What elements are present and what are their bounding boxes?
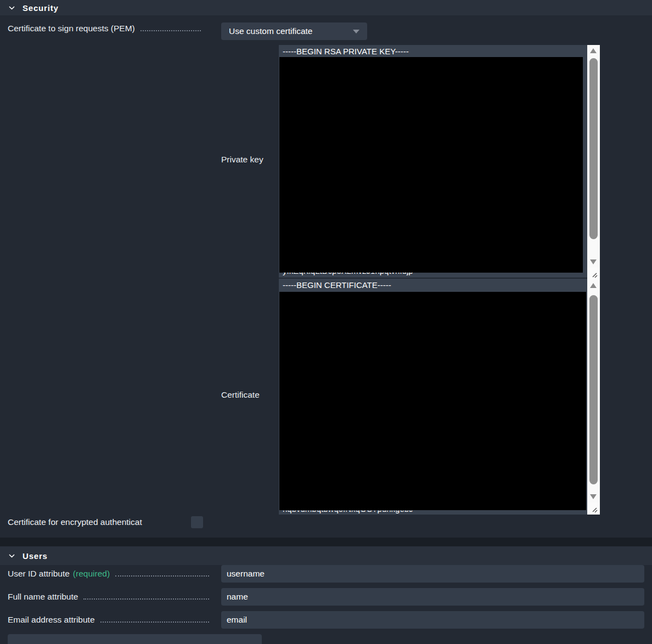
cert-sign-requests-label: Certificate to sign requests (PEM) <box>8 24 135 33</box>
scrollbar-thumb[interactable] <box>589 295 598 484</box>
required-badge: (required) <box>73 569 110 579</box>
certificate-redacted-block <box>279 292 586 510</box>
scrollbar-thumb[interactable] <box>589 58 598 239</box>
scroll-down-arrow-icon[interactable] <box>590 259 597 264</box>
security-section-header[interactable]: Security <box>0 0 652 15</box>
certificate-textarea[interactable]: -----BEGIN CERTIFICATE----- hqbvdmbqtbwq… <box>279 279 587 515</box>
user-id-attribute-label: User ID attribute <box>8 569 70 579</box>
user-id-attribute-input[interactable] <box>221 565 644 583</box>
scroll-up-arrow-icon[interactable] <box>590 283 597 288</box>
security-section-title: Security <box>23 3 59 13</box>
email-address-attribute-label: Email address attribute <box>8 615 95 625</box>
dotted-leader <box>83 598 209 600</box>
private-key-scrollbar[interactable] <box>587 45 600 268</box>
dotted-leader <box>100 622 209 623</box>
certificate-first-line: -----BEGIN CERTIFICATE----- <box>279 279 587 290</box>
full-name-attribute-row: Full name attribute <box>8 588 644 606</box>
dotted-leader <box>115 575 209 577</box>
encrypted-auth-cert-label: Certificate for encrypted authenticat <box>8 517 142 527</box>
private-key-clipped-line: yIkEqKlqLtDcp3X2mvzJ1hpqtvhfdjp <box>283 273 413 278</box>
resize-grip-icon[interactable] <box>587 268 600 280</box>
email-address-attribute-row: Email address attribute <box>8 611 644 629</box>
certificate-label: Certificate <box>221 390 260 400</box>
private-key-textarea[interactable]: -----BEGIN RSA PRIVATE KEY----- yIkEqKlq… <box>279 45 587 278</box>
users-section: Users User ID attribute (required) Full … <box>0 546 652 644</box>
scroll-up-arrow-icon[interactable] <box>590 48 597 53</box>
users-section-title: Users <box>23 551 48 561</box>
private-key-textarea-widget: -----BEGIN RSA PRIVATE KEY----- yIkEqKlq… <box>279 45 600 280</box>
private-key-first-line: -----BEGIN RSA PRIVATE KEY----- <box>279 45 587 56</box>
encrypted-auth-checkbox[interactable] <box>191 516 203 528</box>
full-name-attribute-label: Full name attribute <box>8 592 78 602</box>
certificate-textarea-widget: -----BEGIN CERTIFICATE----- hqbvdmbqtbwq… <box>279 279 600 515</box>
dotted-leader <box>140 30 201 31</box>
security-section: Security Certificate to sign requests (P… <box>0 0 652 538</box>
users-section-header[interactable]: Users <box>0 546 652 565</box>
next-attribute-input-partial[interactable] <box>8 634 262 644</box>
certificate-source-select[interactable]: Use custom certificate <box>221 22 367 40</box>
email-address-attribute-input[interactable] <box>221 611 644 629</box>
user-id-attribute-row: User ID attribute (required) <box>8 565 644 583</box>
certificate-scrollbar[interactable] <box>587 280 600 502</box>
private-key-redacted-block <box>279 57 583 273</box>
full-name-attribute-input[interactable] <box>221 588 644 606</box>
cert-sign-requests-label-row: Certificate to sign requests (PEM) <box>8 24 205 33</box>
chevron-down-icon <box>8 552 15 560</box>
scroll-down-arrow-icon[interactable] <box>590 494 597 499</box>
private-key-label: Private key <box>221 155 263 165</box>
resize-grip-icon[interactable] <box>587 502 600 515</box>
certificate-source-selected-value: Use custom certificate <box>229 26 312 36</box>
certificate-clipped-line: hqbvdmbqtbwq5INxqOO7pdnkgebJ <box>283 511 413 515</box>
chevron-down-icon <box>8 4 15 12</box>
chevron-down-icon <box>353 30 359 33</box>
